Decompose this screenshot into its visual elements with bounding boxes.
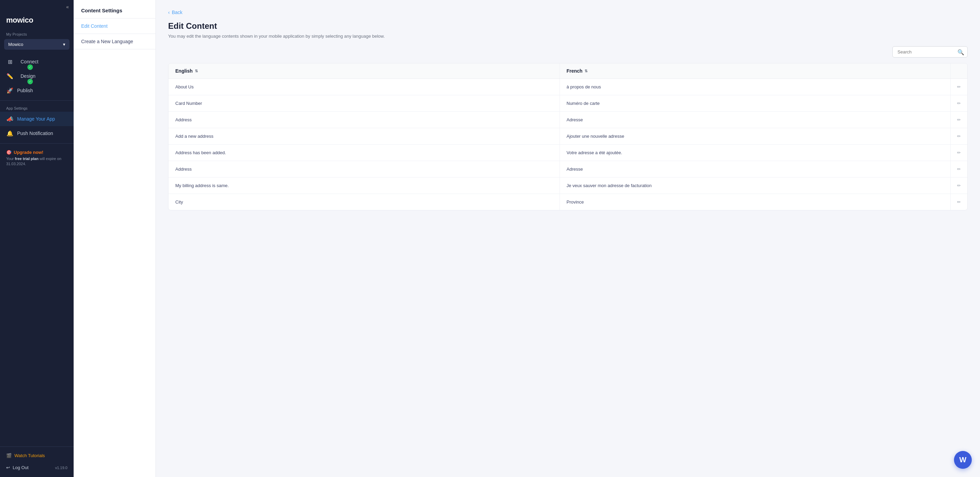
upgrade-box: 🎯 Upgrade now! Your free trial plan will… — [0, 146, 74, 170]
chevron-down-icon: ▾ — [63, 42, 65, 47]
edit-button[interactable]: ✏ — [950, 161, 967, 177]
tutorials-icon: 🎬 — [6, 453, 12, 458]
app-settings-label: App Settings — [0, 104, 74, 112]
sidebar-item-label: Publish — [17, 88, 33, 93]
my-projects-label: My Projects — [0, 29, 74, 38]
header-french: French ⇅ — [560, 64, 951, 78]
english-cell: Address — [169, 112, 560, 128]
log-out-icon: ↩ — [6, 465, 10, 470]
edit-button[interactable]: ✏ — [950, 194, 967, 210]
edit-button[interactable]: ✏ — [950, 79, 967, 95]
sidebar-item-manage-your-app[interactable]: 📣 Manage Your App — [0, 112, 74, 126]
english-cell: My billing address is same. — [169, 177, 560, 194]
french-cell: Ajouter une nouvelle adresse — [560, 128, 951, 144]
french-cell: Votre adresse a été ajoutée. — [560, 145, 951, 161]
edit-button[interactable]: ✏ — [950, 177, 967, 194]
back-button[interactable]: ‹ Back — [168, 10, 968, 15]
upgrade-text: Your free trial plan will expire on 31.0… — [6, 156, 67, 167]
french-cell: à propos de nous — [560, 79, 951, 95]
header-english: English ⇅ — [169, 64, 560, 78]
table-row: City Province ✏ — [169, 194, 967, 210]
sort-icon-french: ⇅ — [584, 69, 588, 73]
sidebar-item-label: Push Notification — [17, 131, 53, 136]
connect-icon: ⊞ — [6, 58, 14, 65]
search-input[interactable] — [892, 46, 968, 57]
sidebar: « mowico My Projects Mowico ▾ ⊞ ✓ Connec… — [0, 0, 74, 477]
app-logo: mowico — [0, 14, 74, 29]
content-table: English ⇅ French ⇅ About Us à propos de … — [168, 63, 968, 211]
french-cell: Adresse — [560, 161, 951, 177]
divider-2 — [0, 143, 74, 144]
sidebar-bottom: 🎬 Watch Tutorials ↩ Log Out v1.19.0 — [0, 444, 74, 477]
sidebar-item-label: Connect — [21, 59, 38, 64]
french-cell: Adresse — [560, 112, 951, 128]
english-cell: Add a new address — [169, 128, 560, 144]
table-header: English ⇅ French ⇅ — [169, 64, 967, 79]
divider — [0, 101, 74, 101]
table-row: Card Number Numéro de carte ✏ — [169, 95, 967, 112]
english-cell: Address has been added. — [169, 145, 560, 161]
english-cell: Address — [169, 161, 560, 177]
french-cell: Je veux sauver mon adresse de facturatio… — [560, 177, 951, 194]
divider-3 — [0, 447, 74, 447]
design-icon: ✏️ — [6, 72, 14, 80]
edit-button[interactable]: ✏ — [950, 128, 967, 144]
sidebar-item-publish[interactable]: 🚀 Publish — [0, 83, 74, 98]
edit-button[interactable]: ✏ — [950, 95, 967, 112]
sidebar-item-label: Design — [21, 73, 36, 79]
english-cell: Card Number — [169, 95, 560, 112]
panel-title: Content Settings — [74, 0, 156, 19]
back-chevron-icon: ‹ — [168, 10, 170, 15]
sort-icon-english: ⇅ — [195, 69, 198, 73]
page-subtitle: You may edit the language contents shown… — [168, 34, 968, 39]
upgrade-icon: 🎯 — [6, 150, 12, 155]
push-notification-icon: 🔔 — [6, 129, 14, 137]
willow-chat-button[interactable]: W — [954, 451, 972, 469]
french-cell: Province — [560, 194, 951, 210]
table-row: About Us à propos de nous ✏ — [169, 79, 967, 95]
french-cell: Numéro de carte — [560, 95, 951, 112]
sidebar-item-design[interactable]: ✏️ ✓ Design — [0, 69, 74, 83]
search-input-wrap: 🔍 — [892, 46, 968, 57]
project-name: Mowico — [8, 42, 23, 47]
project-selector[interactable]: Mowico ▾ — [4, 39, 70, 50]
upgrade-now-button[interactable]: 🎯 Upgrade now! — [6, 150, 67, 155]
watch-tutorials-button[interactable]: 🎬 Watch Tutorials — [0, 450, 74, 461]
edit-button[interactable]: ✏ — [950, 112, 967, 128]
content-settings-panel: Content Settings Edit Content Create a N… — [74, 0, 156, 477]
main-content: ‹ Back Edit Content You may edit the lan… — [156, 0, 980, 477]
log-out-label: Log Out — [13, 465, 29, 470]
collapse-icon: « — [66, 4, 69, 10]
table-row: Address has been added. Votre adresse a … — [169, 145, 967, 161]
english-cell: About Us — [169, 79, 560, 95]
english-cell: City — [169, 194, 560, 210]
table-row: My billing address is same. Je veux sauv… — [169, 177, 967, 194]
table-row: Address Adresse ✏ — [169, 161, 967, 177]
sidebar-collapse-button[interactable]: « — [0, 0, 74, 14]
search-bar-row: 🔍 — [168, 46, 968, 57]
manage-app-icon: 📣 — [6, 115, 14, 123]
log-out-row[interactable]: ↩ Log Out v1.19.0 — [0, 461, 74, 474]
panel-nav-create-language[interactable]: Create a New Language — [74, 34, 156, 49]
sidebar-item-label: Manage Your App — [17, 116, 55, 122]
sidebar-item-push-notification[interactable]: 🔔 Push Notification — [0, 126, 74, 140]
publish-icon: 🚀 — [6, 87, 14, 94]
header-action — [950, 64, 967, 78]
willow-label: W — [959, 455, 967, 464]
page-title: Edit Content — [168, 21, 968, 31]
panel-nav-edit-content[interactable]: Edit Content — [74, 19, 156, 34]
sidebar-item-connect[interactable]: ⊞ ✓ Connect — [0, 54, 74, 69]
table-row: Address Adresse ✏ — [169, 112, 967, 128]
version-text: v1.19.0 — [55, 466, 67, 470]
edit-button[interactable]: ✏ — [950, 145, 967, 161]
table-row: Add a new address Ajouter une nouvelle a… — [169, 128, 967, 145]
